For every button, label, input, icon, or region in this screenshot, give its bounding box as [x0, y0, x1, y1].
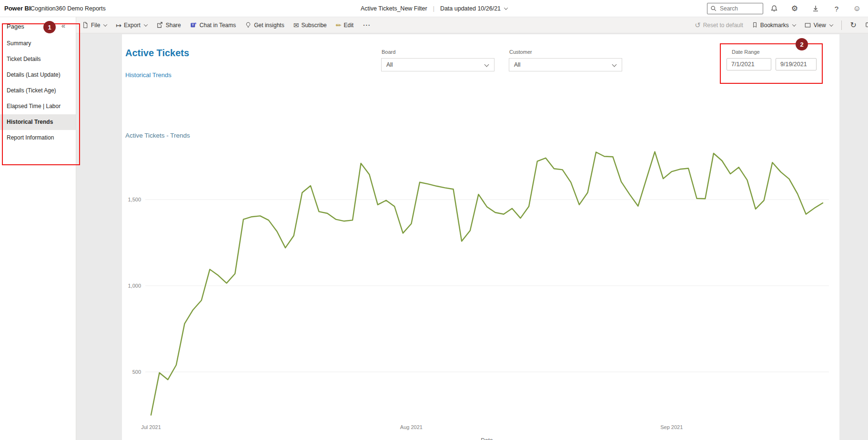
y-axis-tick-label: 1,000 [128, 283, 141, 289]
reset-to-default-label: Reset to default [703, 22, 743, 29]
export-icon: ↦ [116, 22, 121, 29]
file-icon [82, 21, 89, 29]
y-axis-tick-label: 500 [132, 369, 141, 375]
help-icon: ? [835, 5, 838, 12]
monitor-icon [865, 21, 868, 29]
collapse-sidebar-icon[interactable]: « [61, 21, 65, 30]
data-updated-label[interactable]: Data updated 10/26/21 [440, 5, 501, 12]
toolbar-left-group: File ↦ Export Share T [76, 21, 371, 29]
feedback-button[interactable]: ☺ [851, 0, 863, 17]
export-menu[interactable]: ↦ Export [116, 22, 147, 29]
view-label: View [814, 22, 826, 29]
chevron-down-icon [829, 22, 833, 26]
search-icon [710, 5, 717, 12]
more-options-button[interactable]: ⋯ [363, 21, 371, 29]
teams-icon: T [190, 21, 197, 29]
lightbulb-icon [245, 21, 252, 29]
chat-in-teams-label: Chat in Teams [200, 22, 236, 29]
gear-icon: ⚙ [791, 5, 798, 12]
edit-button[interactable]: ✏ Edit [336, 22, 353, 29]
get-insights-label: Get insights [254, 22, 284, 29]
settings-button[interactable]: ⚙ [788, 0, 801, 17]
date-end-input[interactable] [776, 58, 817, 70]
chevron-down-icon [144, 22, 148, 26]
customer-select[interactable]: All [509, 58, 622, 71]
help-button[interactable]: ? [830, 0, 843, 17]
y-axis-tick-label: 1,500 [128, 197, 141, 202]
date-range-label: Date Range [732, 49, 760, 55]
trend-line [151, 152, 823, 415]
pin-visual-button[interactable] [865, 21, 868, 29]
pages-sidebar: Pages « Summary Ticket Details Details (… [0, 17, 76, 440]
page-list: Summary Ticket Details Details (Last Upd… [0, 36, 76, 146]
sidebar-item-report-information[interactable]: Report Information [0, 130, 76, 146]
search-input[interactable] [720, 5, 758, 12]
board-filter-label: Board [382, 49, 395, 55]
search-box[interactable] [707, 3, 763, 14]
subscribe-label: Subscribe [301, 22, 326, 29]
report-toolbar: File ↦ Export Share T [76, 17, 868, 33]
bookmarks-menu[interactable]: Bookmarks [752, 21, 796, 29]
pages-header: Pages [7, 23, 24, 30]
export-menu-label: Export [124, 22, 141, 29]
sidebar-item-details-last-update[interactable]: Details (Last Update) [0, 67, 76, 83]
customer-select-value: All [514, 61, 520, 68]
reset-to-default-button[interactable]: ↺ Reset to default [695, 21, 743, 29]
chevron-down-icon [612, 62, 617, 67]
report-name: Active Tickets_New Filter [361, 5, 427, 12]
board-select[interactable]: All [381, 58, 495, 71]
chevron-down-icon[interactable] [504, 6, 508, 10]
svg-text:T: T [192, 23, 194, 27]
refresh-icon: ↻ [850, 21, 857, 29]
notifications-button[interactable] [768, 0, 780, 17]
annotation-badge-2: 2 [796, 38, 808, 50]
file-menu[interactable]: File [82, 21, 107, 29]
smiley-icon: ☺ [853, 5, 861, 12]
reset-icon: ↺ [695, 21, 701, 29]
edit-label: Edit [344, 22, 354, 29]
board-select-value: All [386, 61, 393, 68]
bell-icon [770, 5, 778, 12]
share-button-label: Share [166, 22, 181, 29]
trend-chart: 5001,0001,500Jul 2021Aug 2021Sep 2021Dat… [119, 114, 839, 440]
workspace-name[interactable]: Cognition360 Demo Reports [30, 5, 106, 12]
subscribe-button[interactable]: ✉ Subscribe [293, 22, 327, 29]
sidebar-item-elapsed-time-labor[interactable]: Elapsed Time | Labor [0, 99, 76, 114]
chart-title: Active Tickets - Trends [125, 132, 190, 139]
page-title: Active Tickets [125, 48, 189, 59]
page-subtitle[interactable]: Historical Trends [125, 71, 172, 79]
envelope-icon: ✉ [293, 22, 299, 29]
sidebar-item-historical-trends[interactable]: Historical Trends [0, 114, 76, 130]
chevron-down-icon [103, 22, 107, 26]
share-button[interactable]: Share [156, 21, 181, 29]
view-icon [804, 22, 811, 29]
sidebar-item-details-ticket-age[interactable]: Details (Ticket Age) [0, 83, 76, 99]
download-button[interactable] [809, 0, 822, 17]
top-app-bar: Power BI Cognition360 Demo Reports Activ… [0, 0, 868, 17]
get-insights-button[interactable]: Get insights [245, 21, 284, 29]
view-menu[interactable]: View [804, 22, 833, 29]
date-start-input[interactable] [727, 58, 771, 70]
bookmarks-label: Bookmarks [760, 22, 789, 29]
x-axis-tick-label: Jul 2021 [141, 424, 161, 430]
customer-filter-label: Customer [509, 49, 532, 55]
chevron-down-icon [484, 62, 489, 67]
toolbar-divider [841, 20, 842, 30]
x-axis-title: Date [481, 437, 493, 440]
chevron-down-icon [792, 22, 796, 26]
sidebar-item-summary[interactable]: Summary [0, 36, 76, 51]
sidebar-item-ticket-details[interactable]: Ticket Details [0, 51, 76, 67]
file-menu-label: File [91, 22, 100, 29]
report-titlebar: Active Tickets_New Filter | Data updated… [361, 5, 507, 12]
refresh-button[interactable]: ↻ [850, 21, 857, 29]
annotation-badge-1: 1 [43, 21, 56, 33]
download-icon [812, 5, 819, 12]
powerbi-logo[interactable]: Power BI [4, 5, 31, 12]
bookmark-icon [752, 21, 758, 29]
titlebar-divider: | [433, 5, 434, 12]
toolbar-right-group: ↺ Reset to default Bookmarks View ↻ [695, 20, 868, 30]
share-icon [156, 21, 163, 29]
chat-in-teams-button[interactable]: T Chat in Teams [190, 21, 236, 29]
x-axis-tick-label: Aug 2021 [400, 424, 423, 430]
x-axis-tick-label: Sep 2021 [660, 424, 683, 430]
